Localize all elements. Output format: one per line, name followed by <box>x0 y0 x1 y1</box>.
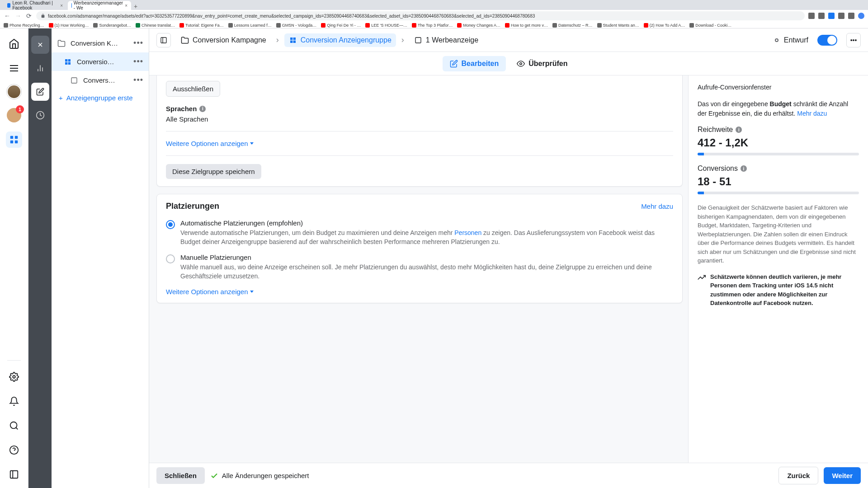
avatar[interactable] <box>7 84 21 99</box>
settings-icon[interactable] <box>6 369 22 385</box>
form-column[interactable]: Ausschließen Sprachen i Alle Sprachen We… <box>149 75 688 463</box>
browser-tab-1[interactable]: Leon R. Chaudhari | Facebook × <box>4 1 67 10</box>
bookmark[interactable]: (2) How To Add A… <box>644 23 685 28</box>
bookmark[interactable]: How to get more v… <box>505 23 548 28</box>
content-area: Ausschließen Sprachen i Alle Sprachen We… <box>149 75 868 463</box>
help-icon[interactable] <box>6 442 22 458</box>
save-audience-button[interactable]: Diese Zielgruppe speichern <box>166 164 261 179</box>
more-link[interactable]: Mehr dazu <box>641 202 673 210</box>
placement-manual-option[interactable]: Manuelle Platzierungen Wähle manuell aus… <box>166 253 673 281</box>
info-icon[interactable]: i <box>736 127 742 133</box>
hierarchy-campaign[interactable]: Conversion K… ••• <box>52 34 149 52</box>
bookmark[interactable]: Qing Fei De Yi - … <box>321 23 361 28</box>
cookie-icon[interactable]: 1 <box>6 107 22 123</box>
url-bar[interactable]: facebook.com/adsmanager/manage/adsets/ed… <box>36 11 805 20</box>
bookmark[interactable]: Tutorial: Eigene Fa… <box>179 23 224 28</box>
conversion-window-text: Aufrufe-Conversionfenster <box>698 83 859 92</box>
reload-button[interactable]: ⟳ <box>25 12 33 19</box>
tab-edit[interactable]: Bearbeiten <box>443 56 506 71</box>
save-status: Alle Änderungen gespeichert <box>210 472 309 480</box>
bookmark[interactable]: Student Wants an… <box>597 23 639 28</box>
more-link[interactable]: Mehr dazu <box>797 110 827 117</box>
bookmark[interactable]: Lessons Learned f… <box>228 23 272 28</box>
radio-description: Verwende automatische Platzierungen, um … <box>180 229 673 246</box>
browser-tab-2[interactable]: Werbeanzeigenmanager - We × <box>68 1 131 10</box>
breadcrumb-label: 1 Werbeanzeige <box>426 36 478 44</box>
svg-rect-24 <box>71 78 77 83</box>
add-label: Anzeigengruppe erste <box>66 94 133 102</box>
more-menu-button[interactable]: ••• <box>846 33 861 47</box>
more-icon[interactable]: ••• <box>133 75 143 85</box>
back-button[interactable]: ← <box>4 12 11 19</box>
menu-icon[interactable] <box>6 60 22 76</box>
placement-auto-option[interactable]: Automatische Platzierungen (empfohlen) V… <box>166 219 673 246</box>
bookmark[interactable]: Sonderangebot… <box>93 23 131 28</box>
budget-warning: Das von dir eingegebene Budget schränkt … <box>698 99 859 118</box>
next-button[interactable]: Weiter <box>824 467 861 484</box>
bookmark-icon <box>276 23 281 28</box>
tab-title: Werbeanzeigenmanager - We <box>74 0 123 10</box>
breadcrumb-ad[interactable]: 1 Werbeanzeige <box>410 33 483 47</box>
exclude-button[interactable]: Ausschließen <box>166 81 220 97</box>
back-button[interactable]: Zurück <box>778 467 818 484</box>
bookmark[interactable]: Phone Recycling… <box>4 23 44 28</box>
search-icon[interactable] <box>6 418 22 434</box>
check-icon <box>210 472 218 480</box>
svg-rect-25 <box>161 38 166 43</box>
show-more-button[interactable]: Weitere Optionen anzeigen <box>166 140 254 147</box>
radio-checked-icon[interactable] <box>166 220 175 229</box>
more-icon[interactable]: ••• <box>133 38 143 48</box>
breadcrumb-campaign[interactable]: Conversion Kampagne <box>176 33 271 47</box>
close-tab-icon[interactable]: × <box>125 3 127 8</box>
bookmark[interactable]: (1) How Working… <box>49 23 89 28</box>
edit-icon[interactable] <box>31 83 49 101</box>
ext-icon[interactable] <box>818 13 825 19</box>
bell-icon[interactable] <box>6 393 22 409</box>
info-icon[interactable]: i <box>741 165 747 172</box>
active-toggle[interactable] <box>817 35 837 46</box>
new-tab-button[interactable]: + <box>132 3 139 10</box>
ext-icon[interactable] <box>838 13 844 19</box>
extension-icons <box>808 13 864 19</box>
ext-icon[interactable] <box>858 13 864 19</box>
more-icon[interactable]: ••• <box>133 57 143 66</box>
bookmark[interactable]: LEE 'S HOUSE—… <box>365 23 407 28</box>
ext-icon[interactable] <box>848 13 854 19</box>
chevron-right-icon: › <box>276 35 279 45</box>
show-more-button[interactable]: Weitere Optionen anzeigen <box>166 288 254 296</box>
bookmark[interactable]: The Top 3 Platfor… <box>412 23 453 28</box>
close-button[interactable]: Schließen <box>156 467 205 484</box>
collapse-panel-button[interactable] <box>156 33 171 47</box>
persons-link[interactable]: Personen <box>454 229 481 236</box>
bookmark-icon <box>365 23 370 28</box>
close-button[interactable] <box>31 36 49 54</box>
bookmark[interactable]: Datenschutz – R… <box>552 23 593 28</box>
bookmark[interactable]: Chinese translat… <box>136 23 175 28</box>
audience-card: Ausschließen Sprachen i Alle Sprachen We… <box>156 75 683 187</box>
grid-icon[interactable] <box>6 131 22 148</box>
add-adset-button[interactable]: + Anzeigengruppe erste <box>52 89 149 106</box>
clock-icon[interactable] <box>31 106 49 124</box>
close-tab-icon[interactable]: × <box>60 3 63 8</box>
forward-button[interactable]: → <box>14 12 22 19</box>
bookmark[interactable]: Download - Cooki… <box>689 23 731 28</box>
info-icon[interactable]: i <box>199 106 206 112</box>
hierarchy-adset[interactable]: Conversio… ••• <box>52 52 149 71</box>
bookmark-icon <box>597 23 602 28</box>
hierarchy-ad[interactable]: Convers… ••• <box>52 71 149 89</box>
bookmark-icon <box>179 23 184 28</box>
caret-down-icon <box>250 142 254 145</box>
tab-review[interactable]: Überprüfen <box>509 56 575 71</box>
chart-icon[interactable] <box>31 59 49 77</box>
chevron-right-icon: › <box>401 35 404 45</box>
bookmark[interactable]: Money Changes A… <box>457 23 500 28</box>
home-icon[interactable] <box>6 36 22 52</box>
breadcrumb-adset[interactable]: Conversion Anzeigengruppe <box>284 33 396 47</box>
bookmark-bar: Phone Recycling… (1) How Working… Sonder… <box>0 22 868 28</box>
ext-icon[interactable] <box>828 13 835 19</box>
ext-icon[interactable] <box>808 13 815 19</box>
radio-unchecked-icon[interactable] <box>166 254 175 263</box>
bookmark[interactable]: GMSN - Vologda… <box>276 23 317 28</box>
folder-icon <box>57 39 66 48</box>
collapse-icon[interactable] <box>6 466 22 483</box>
